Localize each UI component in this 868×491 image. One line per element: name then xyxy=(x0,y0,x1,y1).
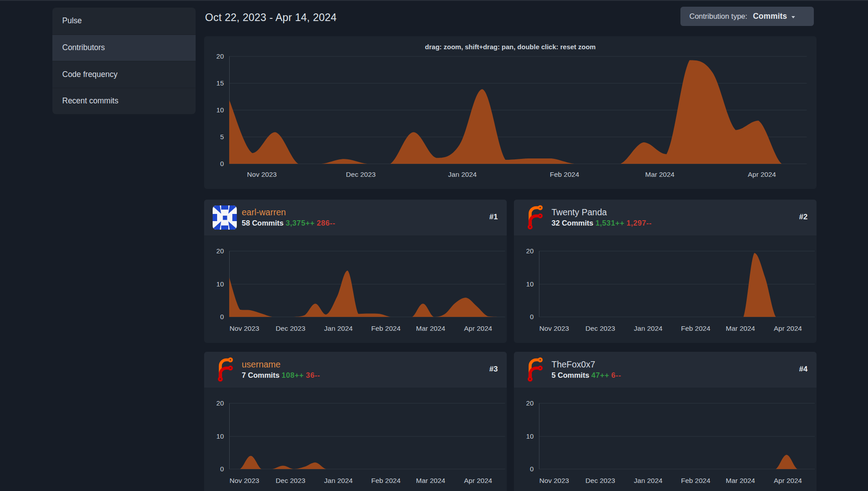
svg-text:Mar 2024: Mar 2024 xyxy=(726,324,755,332)
svg-text:Jan 2024: Jan 2024 xyxy=(324,324,353,332)
svg-text:Dec 2023: Dec 2023 xyxy=(276,477,305,484)
svg-text:Apr 2024: Apr 2024 xyxy=(464,477,492,484)
svg-text:Nov 2023: Nov 2023 xyxy=(230,477,259,484)
svg-text:0: 0 xyxy=(220,313,224,320)
svg-text:Mar 2024: Mar 2024 xyxy=(416,324,445,332)
svg-text:Jan 2024: Jan 2024 xyxy=(324,477,353,484)
svg-text:Nov 2023: Nov 2023 xyxy=(230,324,259,332)
svg-text:20: 20 xyxy=(526,399,534,407)
svg-text:Jan 2024: Jan 2024 xyxy=(634,324,663,332)
svg-text:Feb 2024: Feb 2024 xyxy=(550,171,579,178)
svg-text:20: 20 xyxy=(526,247,534,255)
svg-text:Dec 2023: Dec 2023 xyxy=(346,171,376,178)
svg-text:Feb 2024: Feb 2024 xyxy=(371,324,401,332)
svg-text:10: 10 xyxy=(216,106,224,114)
svg-text:10: 10 xyxy=(216,432,224,440)
svg-text:20: 20 xyxy=(216,52,224,60)
svg-text:Dec 2023: Dec 2023 xyxy=(586,324,615,332)
svg-text:15: 15 xyxy=(216,79,224,87)
svg-text:Mar 2024: Mar 2024 xyxy=(726,477,755,484)
svg-text:10: 10 xyxy=(526,432,534,440)
svg-text:0: 0 xyxy=(220,160,224,167)
svg-text:Mar 2024: Mar 2024 xyxy=(645,171,675,178)
svg-text:Jan 2024: Jan 2024 xyxy=(634,477,663,484)
svg-text:Apr 2024: Apr 2024 xyxy=(464,324,492,332)
svg-text:0: 0 xyxy=(220,465,224,473)
svg-text:Feb 2024: Feb 2024 xyxy=(681,324,710,332)
svg-text:Apr 2024: Apr 2024 xyxy=(748,171,776,178)
svg-text:0: 0 xyxy=(530,465,534,473)
svg-text:Feb 2024: Feb 2024 xyxy=(681,477,710,484)
svg-text:Dec 2023: Dec 2023 xyxy=(276,324,305,332)
svg-text:0: 0 xyxy=(530,313,534,320)
svg-text:Apr 2024: Apr 2024 xyxy=(774,324,802,332)
svg-text:Mar 2024: Mar 2024 xyxy=(416,477,445,484)
svg-text:Apr 2024: Apr 2024 xyxy=(774,477,802,484)
svg-text:Jan 2024: Jan 2024 xyxy=(448,171,477,178)
svg-text:10: 10 xyxy=(526,280,534,288)
svg-text:10: 10 xyxy=(216,280,224,288)
svg-text:Nov 2023: Nov 2023 xyxy=(247,171,277,178)
svg-text:20: 20 xyxy=(216,399,224,407)
svg-text:5: 5 xyxy=(220,133,224,141)
svg-text:Nov 2023: Nov 2023 xyxy=(539,477,569,484)
svg-text:Feb 2024: Feb 2024 xyxy=(371,477,401,484)
svg-text:Dec 2023: Dec 2023 xyxy=(586,477,615,484)
svg-text:Nov 2023: Nov 2023 xyxy=(539,324,569,332)
svg-text:20: 20 xyxy=(216,247,224,255)
